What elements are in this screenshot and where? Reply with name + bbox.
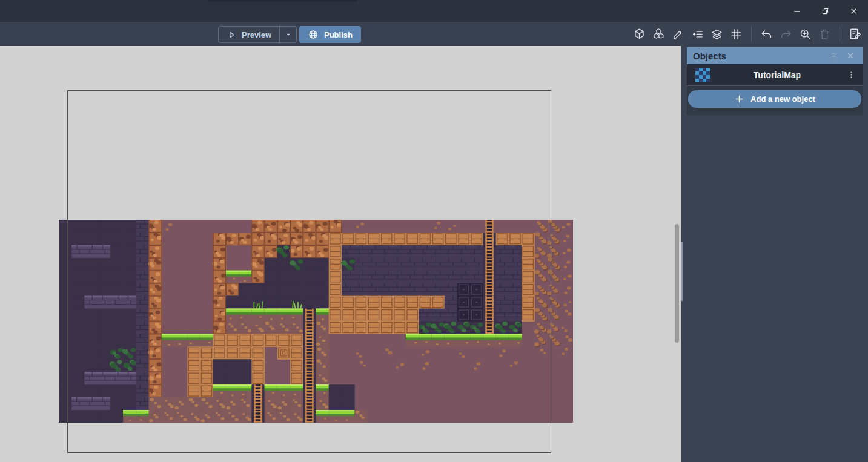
preview-options-dropdown[interactable] [279, 27, 296, 42]
objects-panel-title: Objects [693, 51, 825, 61]
preview-split-button: Preview [218, 26, 297, 43]
add-new-object-button[interactable]: Add a new object [688, 90, 861, 108]
close-button[interactable] [840, 0, 868, 22]
redo-icon [780, 28, 792, 41]
cube-icon [633, 28, 646, 41]
open-instances-list-button[interactable] [690, 27, 705, 42]
instances-list-icon [691, 28, 704, 41]
chevron-down-icon [284, 30, 293, 39]
preview-label: Preview [242, 30, 271, 39]
grid-icon [730, 28, 743, 41]
globe-icon [308, 29, 319, 40]
filter-objects-button[interactable] [825, 48, 842, 63]
add-object-label: Add a new object [750, 94, 815, 104]
tilemap-object-thumbnail [695, 68, 710, 82]
toolbar-icon-group [632, 22, 863, 46]
window-controls [783, 0, 868, 22]
scene-window-frame [67, 90, 551, 453]
add-object-zone: Add a new object [687, 86, 863, 115]
delete-button[interactable] [817, 27, 832, 42]
filter-icon [829, 51, 838, 61]
main-toolbar: Preview Publish [0, 22, 868, 46]
open-object-groups-button[interactable] [651, 27, 666, 42]
preview-button[interactable]: Preview [219, 27, 279, 42]
objects-panel: Objects TutorialMap Add a new object [687, 47, 863, 115]
close-objects-panel-button[interactable] [842, 48, 859, 63]
project-notes-button[interactable] [847, 27, 863, 42]
publish-button[interactable]: Publish [299, 26, 361, 43]
restore-button[interactable] [811, 0, 840, 22]
object-list-item[interactable]: TutorialMap [687, 64, 863, 85]
layers-icon [711, 28, 723, 41]
toolbar-divider [840, 26, 840, 42]
panel-scrollbar[interactable] [681, 242, 683, 301]
window-titlebar [0, 0, 868, 22]
plus-icon [734, 94, 744, 104]
object-menu-button[interactable] [844, 68, 858, 82]
zoom-in-button[interactable] [798, 27, 813, 42]
close-icon [846, 51, 855, 60]
undo-button[interactable] [759, 27, 774, 42]
cubes-group-icon [652, 28, 665, 41]
edit-properties-button[interactable] [671, 27, 686, 42]
zoom-in-icon [799, 28, 812, 41]
objects-panel-header: Objects [687, 47, 863, 64]
toggle-grid-button[interactable] [729, 27, 744, 42]
open-objects-list-button[interactable] [632, 27, 647, 42]
object-name: TutorialMap [710, 70, 844, 80]
right-panel: Objects TutorialMap Add a new object [681, 46, 868, 462]
notebook-edit-icon [849, 27, 862, 41]
publish-label: Publish [324, 30, 353, 39]
scene-editor-canvas-area [0, 46, 681, 462]
trash-icon [818, 28, 831, 41]
open-layers-editor-button[interactable] [709, 27, 724, 42]
pencil-icon [672, 28, 684, 41]
play-icon [227, 30, 237, 40]
toolbar-divider [751, 26, 752, 42]
objects-list: TutorialMap [687, 64, 863, 86]
scene-tab-top-edge [209, 0, 357, 2]
minimize-button[interactable] [783, 0, 811, 22]
canvas-vertical-scrollbar[interactable] [675, 224, 679, 343]
redo-button[interactable] [778, 27, 793, 42]
undo-icon [760, 28, 773, 41]
